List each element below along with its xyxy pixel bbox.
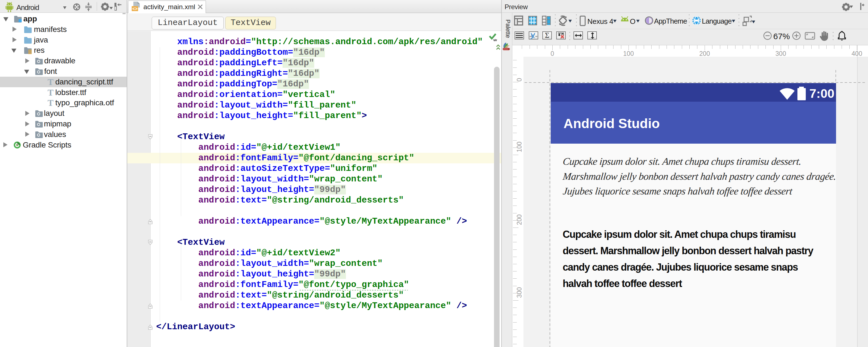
svg-text:<>: <> [132, 7, 137, 12]
